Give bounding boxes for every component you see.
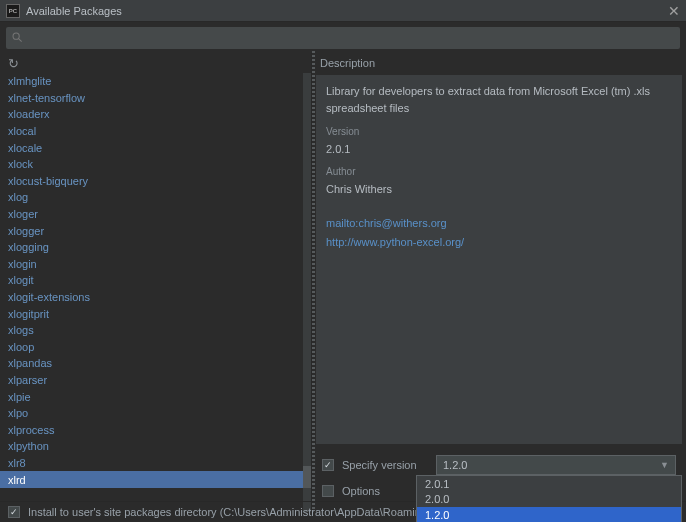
package-item[interactable]: xlogs (0, 322, 311, 339)
close-icon[interactable]: ✕ (668, 4, 680, 18)
app-icon: PC (6, 4, 20, 18)
package-item[interactable]: xlogin (0, 256, 311, 273)
package-item[interactable]: xlogging (0, 239, 311, 256)
version-dropdown-item[interactable]: 2.0.0 (417, 492, 681, 508)
svg-point-0 (13, 33, 19, 39)
package-list[interactable]: xlmhglitexlnet-tensorflowxloaderxxlocalx… (0, 73, 311, 512)
description-header: Description (312, 53, 686, 73)
package-item[interactable]: xlogitprit (0, 305, 311, 322)
package-item[interactable]: xloop (0, 339, 311, 356)
scrollbar[interactable] (303, 73, 311, 512)
package-item[interactable]: xlogger (0, 222, 311, 239)
refresh-icon[interactable]: ↻ (8, 56, 19, 71)
version-dropdown-item[interactable]: 1.2.0 (417, 507, 681, 522)
window-title: Available Packages (26, 5, 668, 17)
description-body: Library for developers to extract data f… (316, 75, 682, 444)
package-item[interactable]: xlprocess (0, 421, 311, 438)
titlebar: PC Available Packages ✕ (0, 0, 686, 22)
package-item[interactable]: xlock (0, 156, 311, 173)
package-item[interactable]: xlocal (0, 123, 311, 140)
package-item[interactable]: xlogit (0, 272, 311, 289)
package-item[interactable]: xlocust-bigquery (0, 173, 311, 190)
package-item[interactable]: xloger (0, 206, 311, 223)
scroll-thumb[interactable] (303, 466, 311, 488)
package-item[interactable]: xlpo (0, 405, 311, 422)
chevron-down-icon: ▼ (660, 460, 669, 470)
package-item[interactable]: xlpython (0, 438, 311, 455)
install-user-site-checkbox[interactable]: ✓ (8, 506, 20, 518)
version-dropdown-item[interactable]: 2.0.1 (417, 476, 681, 492)
install-user-site-label: Install to user's site packages director… (28, 506, 448, 518)
version-dropdown[interactable]: 2.0.12.0.01.2.0 (416, 475, 682, 522)
package-item[interactable]: xlocale (0, 139, 311, 156)
package-item[interactable]: xlogit-extensions (0, 289, 311, 306)
specify-version-label: Specify version (342, 459, 436, 471)
search-bar[interactable] (6, 27, 680, 49)
search-input[interactable] (27, 31, 674, 45)
package-item[interactable]: xloaderx (0, 106, 311, 123)
package-item[interactable]: xlmhglite (0, 73, 311, 90)
package-item[interactable]: xlpandas (0, 355, 311, 372)
author-value: Chris Withers (326, 181, 672, 198)
package-item[interactable]: xlr8 (0, 455, 311, 472)
package-item[interactable]: xlparser (0, 372, 311, 389)
specify-version-checkbox[interactable]: ✓ (322, 459, 334, 471)
package-list-panel: ↻ xlmhglitexlnet-tensorflowxloaderxxloca… (0, 53, 312, 512)
homepage-link[interactable]: http://www.python-excel.org/ (326, 234, 672, 251)
search-icon (12, 32, 23, 45)
package-item[interactable]: xlog (0, 189, 311, 206)
author-label: Author (326, 164, 672, 179)
version-value: 2.0.1 (326, 141, 672, 158)
svg-line-1 (19, 38, 22, 41)
options-checkbox[interactable] (322, 485, 334, 497)
package-item[interactable]: xlrd (0, 471, 311, 488)
version-label: Version (326, 124, 672, 139)
panel-resize-handle[interactable] (312, 51, 315, 510)
package-item[interactable]: xlnet-tensorflow (0, 90, 311, 107)
mailto-link[interactable]: mailto:chris@withers.org (326, 215, 672, 232)
package-item[interactable]: xlpie (0, 388, 311, 405)
version-select-value: 1.2.0 (443, 459, 467, 471)
description-text: Library for developers to extract data f… (326, 83, 672, 116)
description-panel: Description Library for developers to ex… (312, 53, 686, 512)
version-select[interactable]: 1.2.0 ▼ (436, 455, 676, 475)
